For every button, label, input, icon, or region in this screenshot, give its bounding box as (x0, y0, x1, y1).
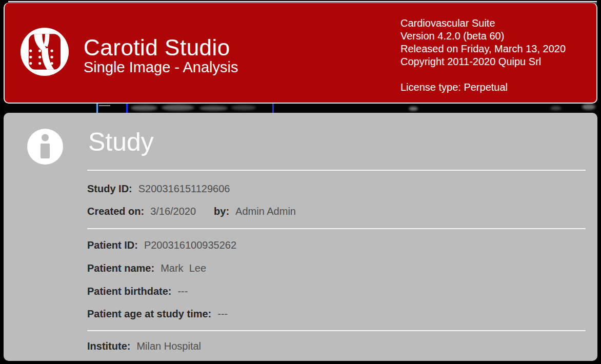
separator (87, 330, 586, 331)
ultrasound-marker-line (126, 103, 128, 113)
separator (87, 170, 586, 171)
screen: Carotid Studio Single Image - Analysis C… (0, 0, 601, 364)
patient-age-value: --- (217, 308, 228, 320)
about-info: Cardiovascular Suite Version 4.2.0 (beta… (400, 17, 566, 94)
ultrasound-marker-line (272, 103, 274, 113)
version-line: Version 4.2.0 (beta 60) (400, 30, 566, 43)
patient-name-value: Mark Lee (161, 262, 206, 274)
carotid-studio-logo-icon (21, 28, 69, 76)
suite-name: Cardiovascular Suite (400, 17, 566, 30)
ultrasound-noise (131, 105, 157, 111)
license-line: License type: Perpetual (400, 81, 566, 94)
created-on-label: Created on: (87, 206, 144, 217)
copyright-line: Copyright 2011-2020 Quipu Srl (400, 55, 566, 68)
ultrasound-noise (582, 104, 595, 110)
created-on-value: 3/16/2020 (150, 206, 196, 217)
institute-label: Institute: (87, 340, 130, 352)
patient-id-row: Patient ID: P200316100935262 (87, 239, 236, 251)
patient-birthdate-row: Patient birthdate: --- (87, 286, 188, 297)
study-id-value: S200316151129606 (138, 183, 230, 195)
patient-age-label: Patient age at study time: (87, 308, 211, 320)
app-subtitle: Single Image - Analysis (84, 59, 238, 76)
created-by-label: by: (214, 206, 229, 217)
panel-title: Study (88, 127, 154, 157)
study-id-row: Study ID: S200316151129606 (87, 183, 230, 195)
release-line: Released on Friday, March 13, 2020 (400, 43, 566, 55)
ultrasound-noise (199, 106, 228, 111)
patient-age-row: Patient age at study time: --- (87, 308, 228, 320)
info-icon (27, 129, 63, 165)
ultrasound-strip (4, 103, 597, 113)
patient-name-label: Patient name: (87, 262, 154, 274)
patient-birthdate-value: --- (177, 286, 188, 297)
separator (87, 228, 586, 229)
ultrasound-noise (550, 106, 562, 110)
patient-birthdate-label: Patient birthdate: (87, 286, 171, 297)
created-by-value: Admin Admin (235, 206, 296, 217)
about-spacer (400, 68, 566, 81)
patient-id-label: Patient ID: (87, 239, 138, 251)
ultrasound-noise (409, 107, 418, 111)
patient-name-row: Patient name: Mark Lee (87, 262, 206, 274)
splash-header-panel: Carotid Studio Single Image - Analysis C… (4, 3, 597, 104)
institute-row: Institute: Milan Hospital (87, 340, 201, 352)
patient-id-value: P200316100935262 (144, 239, 236, 251)
study-id-label: Study ID: (87, 183, 132, 195)
ultrasound-noise (162, 105, 194, 111)
ultrasound-noise (231, 105, 256, 110)
ultrasound-caliper-dash (99, 105, 110, 106)
ultrasound-marker-line (96, 103, 98, 113)
app-title: Carotid Studio (84, 35, 230, 60)
created-on-row: Created on: 3/16/2020 by: Admin Admin (87, 206, 296, 217)
study-info-panel: Study Study ID: S200316151129606 Created… (4, 113, 597, 361)
institute-value: Milan Hospital (136, 340, 201, 352)
